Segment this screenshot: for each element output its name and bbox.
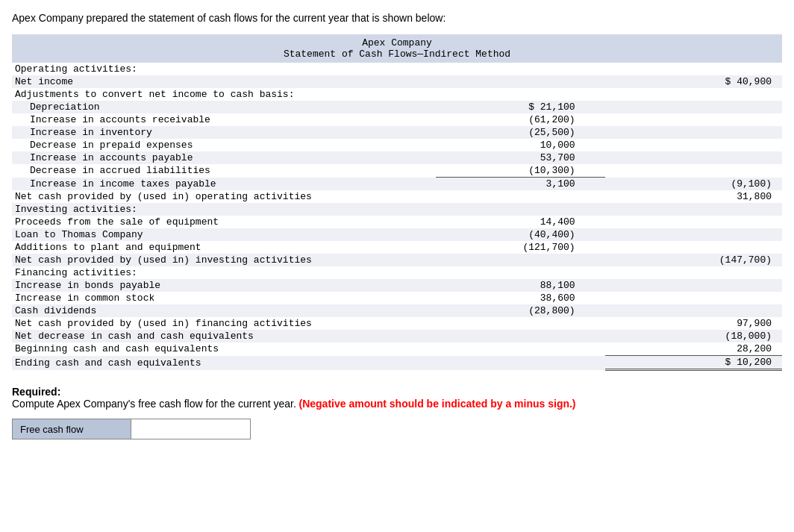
required-header: Required: [12,386,782,398]
row-label: Beginning cash and cash equivalents [12,342,436,356]
row-mid-value: (28,800) [436,304,605,317]
row-right-value [605,88,782,101]
row-right-value [605,151,782,164]
table-row: Net cash provided by (used in) operating… [12,190,782,203]
row-label: Decrease in accrued liabilities [12,164,436,178]
row-right-value: $ 10,200 [605,356,782,370]
row-mid-value [436,254,605,266]
row-label: Decrease in prepaid expenses [12,139,436,151]
row-label: Adjustments to convert net income to cas… [12,88,436,101]
cash-flow-table: Operating activities:Net income$ 40,900A… [12,63,782,371]
free-cash-flow-input[interactable] [131,419,251,439]
required-red-text: (Negative amount should be indicated by … [298,398,575,410]
required-body: Compute Apex Company's free cash flow fo… [12,398,782,410]
cash-flow-statement: Apex Company Statement of Cash Flows—Ind… [12,34,782,371]
row-mid-value [436,266,605,279]
row-right-value: 97,900 [605,317,782,330]
row-mid-value [436,203,605,216]
row-label: Net decrease in cash and cash equivalent… [12,330,436,342]
row-mid-value: 3,100 [436,178,605,191]
row-right-value [605,292,782,304]
row-right-value [605,113,782,126]
row-label: Increase in accounts receivable [12,113,436,126]
row-mid-value: (40,400) [436,228,605,241]
table-row: Increase in common stock38,600 [12,292,782,304]
row-right-value [605,279,782,292]
row-right-value [605,241,782,254]
row-mid-value: $ 21,100 [436,101,605,113]
row-right-value [605,164,782,178]
row-mid-value: (121,700) [436,241,605,254]
required-label: Required: [12,386,60,398]
row-right-value [605,228,782,241]
row-mid-value: (10,300) [436,164,605,178]
table-row: Ending cash and cash equivalents$ 10,200 [12,356,782,370]
row-label: Proceeds from the sale of equipment [12,216,436,228]
table-row: Decrease in accrued liabilities(10,300) [12,164,782,178]
table-row: Increase in bonds payable88,100 [12,279,782,292]
row-right-value [605,266,782,279]
table-row: Investing activities: [12,203,782,216]
required-section: Required: Compute Apex Company's free ca… [12,386,782,410]
row-right-value [605,216,782,228]
table-row: Net income$ 40,900 [12,75,782,88]
row-mid-value: 88,100 [436,279,605,292]
row-label: Depreciation [12,101,436,113]
row-mid-value: (25,500) [436,126,605,139]
table-row: Operating activities: [12,63,782,75]
row-right-value [605,126,782,139]
table-row: Additions to plant and equipment(121,700… [12,241,782,254]
row-mid-value: 14,400 [436,216,605,228]
row-right-value: (9,100) [605,178,782,191]
table-row: Net cash provided by (used in) investing… [12,254,782,266]
required-text: Compute Apex Company's free cash flow fo… [12,398,296,410]
table-row: Net decrease in cash and cash equivalent… [12,330,782,342]
row-mid-value [436,75,605,88]
row-label: Increase in bonds payable [12,279,436,292]
table-row: Proceeds from the sale of equipment14,40… [12,216,782,228]
row-right-value: 28,200 [605,342,782,356]
row-mid-value [436,190,605,203]
table-row: Increase in income taxes payable3,100(9,… [12,178,782,191]
row-mid-value [436,88,605,101]
table-row: Increase in accounts payable53,700 [12,151,782,164]
row-mid-value [436,317,605,330]
row-right-value [605,203,782,216]
row-label: Increase in common stock [12,292,436,304]
row-label: Net cash provided by (used in) financing… [12,317,436,330]
table-row: Increase in inventory(25,500) [12,126,782,139]
free-cash-flow-label: Free cash flow [12,419,131,439]
table-row: Depreciation$ 21,100 [12,101,782,113]
intro-text: Apex Company prepared the statement of c… [12,12,782,24]
row-label: Increase in accounts payable [12,151,436,164]
row-right-value: (18,000) [605,330,782,342]
row-mid-value [436,63,605,75]
row-label: Operating activities: [12,63,436,75]
row-mid-value: 38,600 [436,292,605,304]
row-label: Investing activities: [12,203,436,216]
row-mid-value [436,330,605,342]
row-label: Additions to plant and equipment [12,241,436,254]
row-mid-value: (61,200) [436,113,605,126]
table-row: Decrease in prepaid expenses10,000 [12,139,782,151]
row-label: Net cash provided by (used in) investing… [12,254,436,266]
table-row: Loan to Thomas Company(40,400) [12,228,782,241]
table-row: Increase in accounts receivable(61,200) [12,113,782,126]
row-label: Increase in inventory [12,126,436,139]
statement-header: Apex Company Statement of Cash Flows—Ind… [12,34,782,63]
row-label: Cash dividends [12,304,436,317]
table-row: Net cash provided by (used in) financing… [12,317,782,330]
row-label: Ending cash and cash equivalents [12,356,436,370]
row-right-value: $ 40,900 [605,75,782,88]
row-mid-value: 53,700 [436,151,605,164]
company-name: Apex Company [12,37,782,48]
row-right-value [605,139,782,151]
row-right-value: (147,700) [605,254,782,266]
table-row: Financing activities: [12,266,782,279]
row-right-value: 31,800 [605,190,782,203]
row-label: Net income [12,75,436,88]
row-mid-value: 10,000 [436,139,605,151]
row-label: Net cash provided by (used in) operating… [12,190,436,203]
row-right-value [605,304,782,317]
row-label: Increase in income taxes payable [12,178,436,191]
